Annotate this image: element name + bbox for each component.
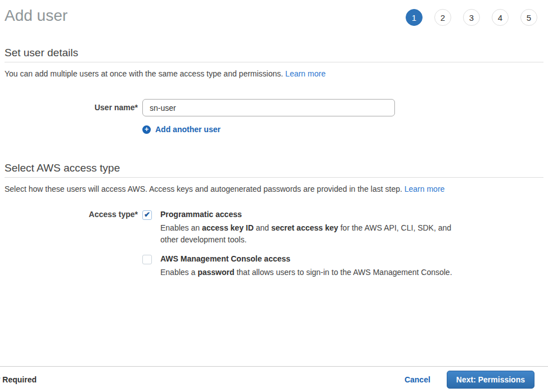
next-permissions-button[interactable]: Next: Permissions (447, 371, 534, 389)
console-access-content: AWS Management Console access Enables a … (160, 254, 457, 278)
learn-more-link-user-details[interactable]: Learn more (285, 69, 326, 78)
step-3: 3 (463, 9, 480, 26)
step-4-number: 4 (498, 13, 502, 22)
step-indicator: 1 2 3 4 5 (406, 9, 537, 26)
access-type-options: Programmatic access Enables an access ke… (142, 210, 457, 278)
required-label: Required (2, 375, 37, 384)
programmatic-access-description: Enables an access key ID and secret acce… (160, 222, 457, 246)
username-field: + Add another user (142, 99, 395, 134)
cancel-button[interactable]: Cancel (405, 375, 430, 384)
plus-glyph: + (145, 125, 149, 133)
required-note: * Required (0, 375, 37, 384)
select-access-type-section: Select AWS access type Select how these … (5, 162, 543, 278)
step-1-number: 1 (412, 13, 416, 22)
learn-more-link-access-type[interactable]: Learn more (405, 184, 445, 193)
step-3-number: 3 (469, 13, 474, 22)
step-2: 2 (434, 9, 451, 26)
step-4: 4 (492, 9, 509, 26)
console-access-option: AWS Management Console access Enables a … (142, 254, 457, 278)
set-user-details-section: Set user details You can add multiple us… (5, 47, 543, 134)
console-access-checkbox[interactable] (142, 255, 152, 264)
access-type-description: Select how these users will access AWS. … (5, 184, 543, 194)
user-details-description: You can add multiple users at once with … (5, 69, 543, 79)
desc-text: Enables a (160, 268, 197, 277)
desc-bold: secret access key (271, 223, 338, 232)
step-5: 5 (520, 9, 537, 26)
console-access-title: AWS Management Console access (160, 254, 457, 264)
programmatic-access-title: Programmatic access (160, 210, 457, 219)
section-title-access-type: Select AWS access type (5, 162, 543, 178)
plus-icon: + (142, 125, 151, 134)
username-row: User name* + Add another user (5, 99, 543, 134)
desc-text: Enables an (160, 223, 202, 232)
access-type-row: Access type* Programmatic access Enables… (5, 210, 543, 278)
section-title-user-details: Set user details (5, 47, 543, 62)
username-input[interactable] (142, 99, 395, 116)
access-type-description-text: Select how these users will access AWS. … (5, 184, 402, 193)
step-2-number: 2 (441, 13, 445, 22)
footer-actions: Cancel Next: Permissions (405, 371, 543, 389)
programmatic-access-option: Programmatic access Enables an access ke… (142, 210, 457, 246)
desc-bold: access key ID (202, 223, 254, 232)
user-details-description-text: You can add multiple users at once with … (5, 69, 283, 78)
wizard-footer: * Required Cancel Next: Permissions (0, 366, 548, 392)
username-label: User name* (5, 99, 138, 134)
access-type-label: Access type* (5, 210, 138, 278)
step-5-number: 5 (527, 13, 531, 22)
add-user-page: Add user 1 2 3 4 5 Set user details You … (0, 0, 548, 278)
programmatic-access-checkbox[interactable] (142, 210, 152, 220)
console-access-description: Enables a password that allows users to … (160, 267, 457, 278)
add-another-user-link[interactable]: + Add another user (142, 125, 395, 134)
desc-text: that allows users to sign-in to the AWS … (235, 268, 452, 277)
page-title: Add user (5, 7, 68, 25)
programmatic-access-content: Programmatic access Enables an access ke… (160, 210, 457, 246)
desc-bold: password (197, 268, 234, 277)
desc-text: and (254, 223, 271, 232)
add-another-user-label: Add another user (155, 125, 221, 134)
page-header: Add user 1 2 3 4 5 (5, 0, 543, 26)
step-1: 1 (406, 9, 423, 26)
